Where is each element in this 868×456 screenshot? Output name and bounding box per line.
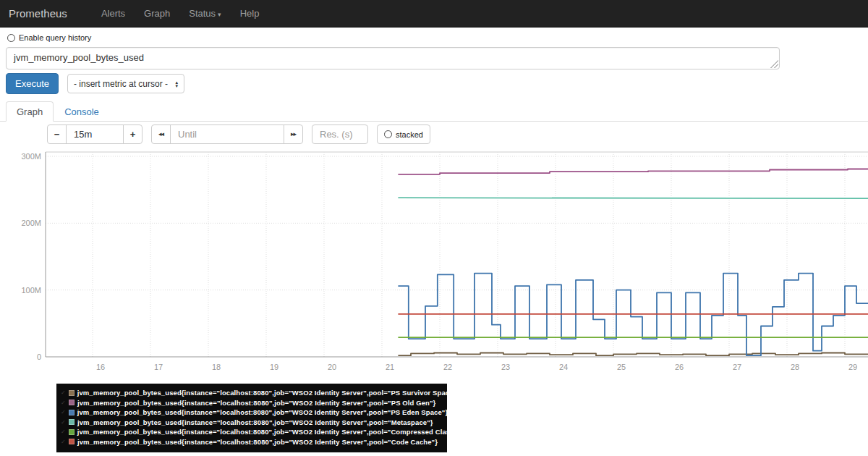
stacked-toggle[interactable]: stacked bbox=[377, 124, 430, 144]
legend-item[interactable]: ✓jvm_memory_pool_bytes_used{instance="lo… bbox=[61, 427, 441, 437]
legend-label: jvm_memory_pool_bytes_used{instance="loc… bbox=[77, 399, 435, 407]
tab-console[interactable]: Console bbox=[54, 101, 110, 122]
legend-check-icon: ✓ bbox=[61, 419, 66, 426]
stacked-checkbox[interactable] bbox=[384, 130, 392, 138]
resolution-input[interactable] bbox=[312, 124, 368, 144]
legend-item[interactable]: ✓jvm_memory_pool_bytes_used{instance="lo… bbox=[61, 408, 441, 418]
legend-swatch bbox=[69, 390, 75, 396]
legend: ✓jvm_memory_pool_bytes_used{instance="lo… bbox=[56, 384, 447, 452]
series-line-ps-old-gen bbox=[398, 169, 868, 174]
nav-item-alerts[interactable]: Alerts bbox=[92, 8, 135, 19]
x-tick-label: 20 bbox=[328, 363, 336, 371]
legend-check-icon: ✓ bbox=[61, 428, 66, 435]
select-arrows-icon: ▴ ▾ bbox=[175, 80, 178, 88]
stacked-label: stacked bbox=[396, 130, 423, 139]
tab-graph[interactable]: Graph bbox=[6, 101, 54, 122]
legend-swatch bbox=[69, 410, 75, 415]
series-line-ps-survivor-space bbox=[398, 353, 868, 356]
y-tick-label: 300M bbox=[21, 152, 41, 161]
graph-controls: − + ◂◂ ▸▸ stacked bbox=[47, 124, 430, 144]
legend-label: jvm_memory_pool_bytes_used{instance="loc… bbox=[77, 389, 459, 397]
y-tick-label: 0 bbox=[37, 352, 41, 361]
execute-row: Execute - insert metric at cursor - ▴ ▾ bbox=[6, 73, 184, 94]
x-tick-label: 18 bbox=[212, 363, 221, 371]
legend-swatch bbox=[69, 419, 75, 425]
query-history-label[interactable]: Enable query history bbox=[19, 33, 91, 42]
legend-swatch bbox=[69, 429, 75, 435]
x-tick-label: 27 bbox=[733, 363, 741, 371]
chart-area: 0100M200M300M161718192021222324252627282… bbox=[0, 145, 868, 378]
legend-item[interactable]: ✓jvm_memory_pool_bytes_used{instance="lo… bbox=[61, 437, 441, 447]
legend-check-icon: ✓ bbox=[61, 409, 66, 415]
x-tick-label: 29 bbox=[848, 363, 857, 371]
range-group: − + bbox=[47, 124, 142, 144]
range-increase-button[interactable]: + bbox=[123, 124, 142, 144]
query-input[interactable]: jvm_memory_pool_bytes_used bbox=[6, 47, 780, 69]
legend-check-icon: ✓ bbox=[61, 400, 66, 406]
legend-item[interactable]: ✓jvm_memory_pool_bytes_used{instance="lo… bbox=[61, 388, 441, 398]
legend-label: jvm_memory_pool_bytes_used{instance="loc… bbox=[77, 408, 448, 416]
legend-check-icon: ✓ bbox=[61, 439, 66, 445]
legend-check-icon: ✓ bbox=[61, 389, 66, 396]
prometheus-app: Prometheus Alerts Graph Status▾ Help Ena… bbox=[0, 0, 868, 456]
time-back-button[interactable]: ◂◂ bbox=[151, 124, 171, 144]
query-history-checkbox[interactable] bbox=[7, 34, 15, 42]
range-input[interactable] bbox=[66, 124, 124, 144]
x-tick-label: 23 bbox=[501, 363, 510, 371]
execute-button[interactable]: Execute bbox=[6, 73, 59, 94]
legend-label: jvm_memory_pool_bytes_used{instance="loc… bbox=[77, 418, 433, 426]
legend-item[interactable]: ✓jvm_memory_pool_bytes_used{instance="lo… bbox=[61, 398, 441, 408]
x-tick-label: 21 bbox=[386, 363, 394, 371]
time-group: ◂◂ ▸▸ bbox=[151, 124, 303, 144]
plot-svg[interactable]: 0100M200M300M161718192021222324252627282… bbox=[0, 145, 868, 378]
insert-metric-select[interactable]: - insert metric at cursor - ▴ ▾ bbox=[67, 74, 184, 93]
range-decrease-button[interactable]: − bbox=[47, 124, 67, 144]
x-tick-label: 26 bbox=[675, 363, 684, 371]
series-line-metaspace bbox=[398, 198, 868, 198]
nav-item-graph[interactable]: Graph bbox=[135, 8, 179, 19]
nav-item-help[interactable]: Help bbox=[231, 8, 269, 19]
time-forward-button[interactable]: ▸▸ bbox=[284, 124, 303, 144]
y-tick-label: 100M bbox=[21, 286, 41, 295]
insert-metric-label: - insert metric at cursor - bbox=[74, 79, 168, 89]
x-tick-label: 22 bbox=[443, 363, 452, 371]
x-tick-label: 19 bbox=[270, 363, 278, 371]
legend-swatch bbox=[69, 400, 75, 405]
navbar-brand[interactable]: Prometheus bbox=[9, 7, 67, 20]
y-tick-label: 200M bbox=[21, 219, 41, 227]
x-tick-label: 24 bbox=[559, 363, 568, 371]
legend-label: jvm_memory_pool_bytes_used{instance="loc… bbox=[77, 428, 482, 436]
x-tick-label: 28 bbox=[791, 363, 799, 371]
query-input-wrap: jvm_memory_pool_bytes_used bbox=[6, 47, 780, 69]
navbar: Prometheus Alerts Graph Status▾ Help bbox=[0, 0, 868, 28]
view-tabs: Graph Console bbox=[0, 101, 868, 122]
legend-label: jvm_memory_pool_bytes_used{instance="loc… bbox=[77, 438, 438, 446]
x-tick-label: 16 bbox=[96, 363, 105, 371]
x-tick-label: 25 bbox=[617, 363, 626, 371]
legend-item[interactable]: ✓jvm_memory_pool_bytes_used{instance="lo… bbox=[61, 418, 441, 428]
legend-swatch bbox=[69, 439, 75, 444]
until-input[interactable] bbox=[170, 124, 284, 144]
chevron-down-icon: ▾ bbox=[218, 11, 221, 18]
query-history-row: Enable query history bbox=[7, 33, 91, 42]
x-tick-label: 17 bbox=[154, 363, 163, 371]
nav-item-status[interactable]: Status▾ bbox=[179, 8, 230, 19]
